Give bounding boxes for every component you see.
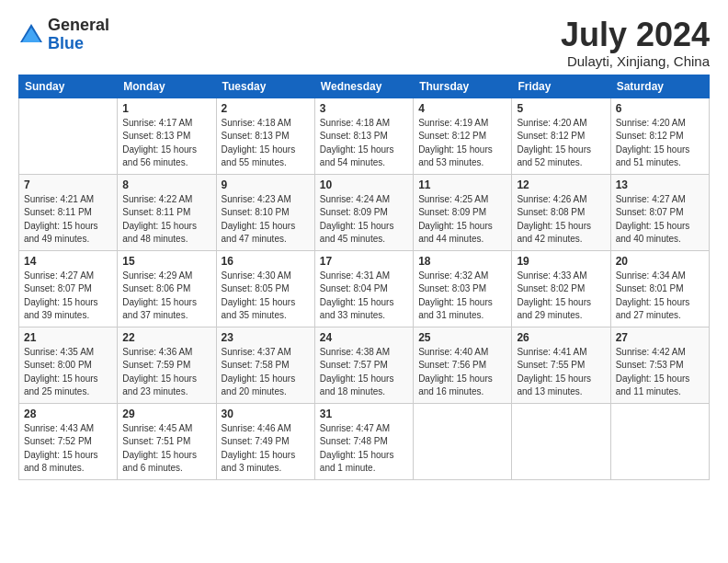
- title-area: July 2024 Dulayti, Xinjiang, China: [561, 17, 710, 69]
- day-cell: 23Sunrise: 4:37 AM Sunset: 7:58 PM Dayli…: [216, 327, 314, 403]
- day-number: 7: [24, 178, 112, 191]
- day-number: 20: [616, 255, 704, 268]
- day-cell: 12Sunrise: 4:26 AM Sunset: 8:08 PM Dayli…: [512, 174, 610, 250]
- header-cell-sunday: Sunday: [19, 75, 118, 98]
- day-cell: 13Sunrise: 4:27 AM Sunset: 8:07 PM Dayli…: [610, 174, 709, 250]
- week-row-0: 1Sunrise: 4:17 AM Sunset: 8:13 PM Daylig…: [19, 98, 710, 174]
- day-cell: 26Sunrise: 4:41 AM Sunset: 7:55 PM Dayli…: [512, 327, 610, 403]
- day-info: Sunrise: 4:31 AM Sunset: 8:04 PM Dayligh…: [320, 270, 408, 323]
- day-cell: 7Sunrise: 4:21 AM Sunset: 8:11 PM Daylig…: [19, 174, 118, 250]
- day-number: 4: [418, 102, 506, 115]
- header-cell-wednesday: Wednesday: [314, 75, 413, 98]
- day-cell: 5Sunrise: 4:20 AM Sunset: 8:12 PM Daylig…: [512, 98, 610, 174]
- day-info: Sunrise: 4:23 AM Sunset: 8:10 PM Dayligh…: [222, 193, 310, 247]
- day-info: Sunrise: 4:37 AM Sunset: 7:58 PM Dayligh…: [222, 346, 310, 399]
- day-number: 5: [517, 102, 605, 115]
- day-info: Sunrise: 4:32 AM Sunset: 8:03 PM Dayligh…: [418, 270, 506, 323]
- day-info: Sunrise: 4:40 AM Sunset: 7:56 PM Dayligh…: [418, 346, 506, 399]
- day-cell: 6Sunrise: 4:20 AM Sunset: 8:12 PM Daylig…: [610, 98, 709, 174]
- day-info: Sunrise: 4:17 AM Sunset: 8:13 PM Dayligh…: [122, 117, 210, 170]
- day-number: 25: [418, 331, 506, 344]
- day-number: 28: [24, 408, 112, 420]
- day-info: Sunrise: 4:35 AM Sunset: 8:00 PM Dayligh…: [24, 346, 112, 399]
- day-info: Sunrise: 4:26 AM Sunset: 8:08 PM Dayligh…: [517, 193, 605, 247]
- day-number: 22: [122, 331, 210, 344]
- day-number: 3: [320, 102, 408, 115]
- logo-text: General Blue: [48, 17, 109, 53]
- day-info: Sunrise: 4:27 AM Sunset: 8:07 PM Dayligh…: [616, 193, 704, 247]
- day-number: 24: [320, 331, 408, 344]
- day-info: Sunrise: 4:38 AM Sunset: 7:57 PM Dayligh…: [320, 346, 408, 399]
- logo-icon: [18, 22, 44, 48]
- day-info: Sunrise: 4:33 AM Sunset: 8:02 PM Dayligh…: [517, 270, 605, 323]
- day-number: 10: [320, 178, 408, 191]
- header: General Blue July 2024 Dulayti, Xinjiang…: [18, 17, 710, 69]
- day-cell: [414, 403, 512, 479]
- day-info: Sunrise: 4:25 AM Sunset: 8:09 PM Dayligh…: [418, 193, 506, 247]
- day-cell: [610, 403, 709, 479]
- day-cell: 16Sunrise: 4:30 AM Sunset: 8:05 PM Dayli…: [216, 250, 314, 327]
- day-number: 27: [616, 331, 704, 344]
- day-cell: [512, 403, 610, 479]
- day-cell: 21Sunrise: 4:35 AM Sunset: 8:00 PM Dayli…: [19, 327, 118, 403]
- day-info: Sunrise: 4:46 AM Sunset: 7:49 PM Dayligh…: [222, 422, 310, 476]
- day-info: Sunrise: 4:27 AM Sunset: 8:07 PM Dayligh…: [24, 270, 112, 323]
- day-cell: 11Sunrise: 4:25 AM Sunset: 8:09 PM Dayli…: [414, 174, 512, 250]
- day-number: 30: [222, 408, 310, 420]
- day-info: Sunrise: 4:29 AM Sunset: 8:06 PM Dayligh…: [122, 270, 210, 323]
- day-number: 31: [320, 408, 408, 420]
- header-cell-monday: Monday: [118, 75, 216, 98]
- day-number: 18: [418, 255, 506, 268]
- page: General Blue July 2024 Dulayti, Xinjiang…: [0, 0, 728, 563]
- week-row-4: 28Sunrise: 4:43 AM Sunset: 7:52 PM Dayli…: [19, 403, 710, 479]
- week-row-3: 21Sunrise: 4:35 AM Sunset: 8:00 PM Dayli…: [19, 327, 710, 403]
- header-cell-thursday: Thursday: [414, 75, 512, 98]
- logo-area: General Blue: [18, 17, 109, 53]
- day-cell: 3Sunrise: 4:18 AM Sunset: 8:13 PM Daylig…: [314, 98, 413, 174]
- day-number: 1: [122, 102, 210, 115]
- day-info: Sunrise: 4:21 AM Sunset: 8:11 PM Dayligh…: [24, 193, 112, 247]
- day-number: 23: [222, 331, 310, 344]
- week-row-1: 7Sunrise: 4:21 AM Sunset: 8:11 PM Daylig…: [19, 174, 710, 250]
- day-info: Sunrise: 4:45 AM Sunset: 7:51 PM Dayligh…: [122, 422, 210, 476]
- day-cell: 22Sunrise: 4:36 AM Sunset: 7:59 PM Dayli…: [118, 327, 216, 403]
- day-info: Sunrise: 4:24 AM Sunset: 8:09 PM Dayligh…: [320, 193, 408, 247]
- day-cell: 2Sunrise: 4:18 AM Sunset: 8:13 PM Daylig…: [216, 98, 314, 174]
- day-number: 9: [222, 178, 310, 191]
- day-info: Sunrise: 4:20 AM Sunset: 8:12 PM Dayligh…: [517, 117, 605, 170]
- header-row: SundayMondayTuesdayWednesdayThursdayFrid…: [19, 75, 710, 98]
- day-info: Sunrise: 4:41 AM Sunset: 7:55 PM Dayligh…: [517, 346, 605, 399]
- day-number: 16: [222, 255, 310, 268]
- day-number: 14: [24, 255, 112, 268]
- week-row-2: 14Sunrise: 4:27 AM Sunset: 8:07 PM Dayli…: [19, 250, 710, 327]
- calendar-table: SundayMondayTuesdayWednesdayThursdayFrid…: [18, 75, 710, 480]
- day-info: Sunrise: 4:47 AM Sunset: 7:48 PM Dayligh…: [320, 422, 408, 476]
- day-info: Sunrise: 4:42 AM Sunset: 7:53 PM Dayligh…: [616, 346, 704, 399]
- day-cell: 19Sunrise: 4:33 AM Sunset: 8:02 PM Dayli…: [512, 250, 610, 327]
- day-cell: 30Sunrise: 4:46 AM Sunset: 7:49 PM Dayli…: [216, 403, 314, 479]
- day-info: Sunrise: 4:34 AM Sunset: 8:01 PM Dayligh…: [616, 270, 704, 323]
- header-cell-tuesday: Tuesday: [216, 75, 314, 98]
- day-info: Sunrise: 4:20 AM Sunset: 8:12 PM Dayligh…: [616, 117, 704, 170]
- day-number: 2: [222, 102, 310, 115]
- location-title: Dulayti, Xinjiang, China: [561, 53, 710, 69]
- header-cell-saturday: Saturday: [610, 75, 709, 98]
- logo-blue: Blue: [48, 35, 109, 53]
- day-cell: 10Sunrise: 4:24 AM Sunset: 8:09 PM Dayli…: [314, 174, 413, 250]
- day-cell: 4Sunrise: 4:19 AM Sunset: 8:12 PM Daylig…: [414, 98, 512, 174]
- day-cell: 9Sunrise: 4:23 AM Sunset: 8:10 PM Daylig…: [216, 174, 314, 250]
- day-cell: 14Sunrise: 4:27 AM Sunset: 8:07 PM Dayli…: [19, 250, 118, 327]
- day-number: 19: [517, 255, 605, 268]
- day-info: Sunrise: 4:18 AM Sunset: 8:13 PM Dayligh…: [320, 117, 408, 170]
- day-cell: 27Sunrise: 4:42 AM Sunset: 7:53 PM Dayli…: [610, 327, 709, 403]
- day-number: 13: [616, 178, 704, 191]
- day-cell: 24Sunrise: 4:38 AM Sunset: 7:57 PM Dayli…: [314, 327, 413, 403]
- day-number: 8: [122, 178, 210, 191]
- day-cell: 15Sunrise: 4:29 AM Sunset: 8:06 PM Dayli…: [118, 250, 216, 327]
- day-number: 17: [320, 255, 408, 268]
- day-info: Sunrise: 4:18 AM Sunset: 8:13 PM Dayligh…: [222, 117, 310, 170]
- month-title: July 2024: [561, 17, 710, 53]
- day-cell: 17Sunrise: 4:31 AM Sunset: 8:04 PM Dayli…: [314, 250, 413, 327]
- day-cell: 28Sunrise: 4:43 AM Sunset: 7:52 PM Dayli…: [19, 403, 118, 479]
- day-cell: 29Sunrise: 4:45 AM Sunset: 7:51 PM Dayli…: [118, 403, 216, 479]
